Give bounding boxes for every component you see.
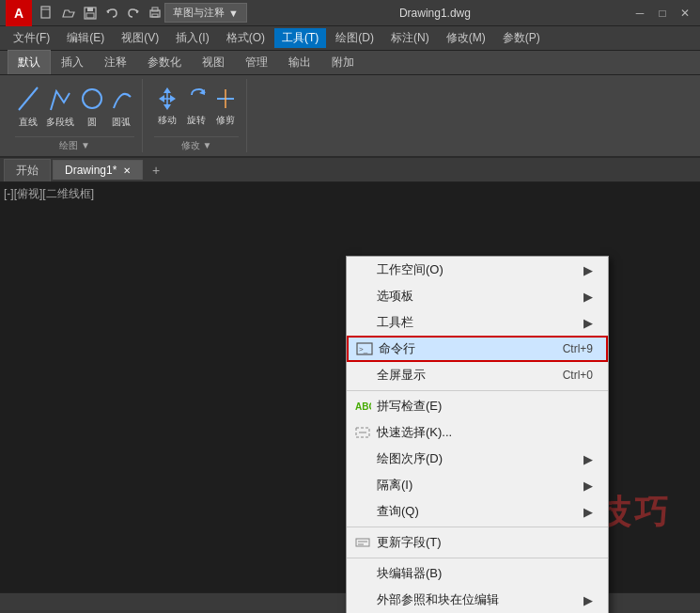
menu-item-palettes[interactable]: 选项板▶ [347, 283, 608, 309]
svg-marker-15 [170, 95, 176, 102]
tab-addons[interactable]: 附加 [321, 50, 365, 74]
minimize-icon[interactable]: ─ [630, 4, 649, 23]
menu-bar: 文件(F) 编辑(E) 视图(V) 插入(I) 格式(O) 工具(T) 绘图(D… [0, 26, 700, 51]
drawing-canvas: [-][俯视][二维线框] 软件技巧 工作空间(O)▶ 选项板▶ 工具栏▶ >_… [0, 182, 700, 592]
ribbon-panel: 直线 多段线 圆 圆弧 [0, 75, 700, 158]
menu-item-inquiry[interactable]: 查询(Q)▶ [347, 498, 608, 525]
menu-item-spellcheck[interactable]: ABC 拼写检查(E) [347, 393, 608, 419]
add-tab-button[interactable]: + [145, 160, 167, 181]
svg-rect-4 [86, 13, 94, 18]
close-icon[interactable]: ✕ [676, 4, 694, 23]
menu-tools[interactable]: 工具(T) [274, 28, 326, 48]
tool-rotate[interactable]: 旋转 [183, 84, 210, 129]
redo-icon[interactable] [124, 4, 143, 23]
menu-item-draworder[interactable]: 绘图次序(D)▶ [347, 446, 608, 472]
menu-item-workspace[interactable]: 工作空间(O)▶ [347, 257, 608, 283]
svg-point-11 [83, 89, 101, 108]
menu-insert[interactable]: 插入(I) [168, 28, 216, 48]
draw-group-label: 绘图 ▼ [15, 136, 134, 152]
updatefield-icon [352, 536, 373, 549]
tab-drawing1[interactable]: Drawing1* ✕ [53, 160, 143, 180]
menu-item-toolbars[interactable]: 工具栏▶ [347, 309, 608, 336]
menu-item-fullscreen[interactable]: 全屏显示Ctrl+0 [347, 362, 608, 388]
modify-tools: 移动 旋转 修剪 [154, 79, 239, 133]
document-title: Drawing1.dwg [247, 7, 623, 20]
tab-default[interactable]: 默认 [8, 50, 51, 74]
tab-output[interactable]: 输出 [278, 50, 321, 74]
menu-item-xref[interactable]: 外部参照和块在位编辑▶ [347, 587, 608, 613]
svg-rect-9 [152, 14, 158, 17]
save-icon[interactable] [81, 4, 100, 23]
tool-polyline[interactable]: 多段线 [44, 82, 76, 131]
menu-item-isolate[interactable]: 隔离(I)▶ [347, 472, 608, 498]
open-icon[interactable] [59, 4, 78, 23]
separator-2 [347, 527, 608, 527]
menu-annotate[interactable]: 标注(N) [383, 28, 437, 48]
autocad-logo[interactable]: A [6, 0, 32, 26]
svg-marker-14 [159, 95, 164, 102]
menu-file[interactable]: 文件(F) [6, 28, 57, 48]
svg-marker-12 [163, 87, 171, 93]
tab-start[interactable]: 开始 [4, 159, 51, 181]
separator-1 [347, 390, 608, 391]
svg-line-10 [19, 87, 38, 110]
menu-edit[interactable]: 编辑(E) [59, 28, 112, 48]
quick-access-toolbar [38, 4, 164, 23]
tool-arc[interactable]: 圆弧 [108, 82, 134, 131]
menu-view[interactable]: 视图(V) [114, 28, 166, 48]
quickselect-icon [352, 426, 373, 439]
tool-trim[interactable]: 修剪 [212, 84, 239, 129]
tool-move[interactable]: 移动 [154, 84, 180, 129]
svg-text:ABC: ABC [355, 401, 371, 412]
tab-parametric[interactable]: 参数化 [137, 50, 192, 74]
workspace-selector[interactable]: 草图与注释 ▼ [164, 3, 247, 23]
menu-params[interactable]: 参数(P) [495, 28, 548, 48]
title-bar: A 草图与注释 ▼ Draw [0, 0, 700, 26]
tool-line[interactable]: 直线 [15, 82, 41, 131]
ribbon-tabs: 默认 插入 注释 参数化 视图 管理 输出 附加 [0, 51, 700, 75]
close-tab-icon[interactable]: ✕ [123, 165, 131, 176]
print-icon[interactable] [146, 4, 164, 23]
tab-manage[interactable]: 管理 [235, 50, 278, 74]
modify-group-label: 修改 ▼ [154, 136, 239, 152]
menu-format[interactable]: 格式(O) [219, 28, 272, 48]
menu-item-quickselect[interactable]: 快速选择(K)... [347, 419, 608, 446]
tab-annotate[interactable]: 注释 [94, 50, 137, 74]
new-icon[interactable] [38, 4, 56, 23]
tools-dropdown-menu: 工作空间(O)▶ 选项板▶ 工具栏▶ >_ 命令行Ctrl+9 全屏显示Ctrl… [346, 256, 609, 613]
separator-3 [347, 558, 608, 558]
doc-tab-bar: 开始 Drawing1* ✕ + [0, 158, 700, 182]
undo-icon[interactable] [102, 4, 121, 23]
tab-view[interactable]: 视图 [192, 50, 235, 74]
tab-insert[interactable]: 插入 [51, 50, 94, 74]
menu-modify[interactable]: 修改(M) [439, 28, 493, 48]
viewport-label: [-][俯视][二维线框] [4, 186, 94, 202]
menu-item-updatefield[interactable]: 更新字段(T) [347, 529, 608, 556]
maximize-icon[interactable]: □ [653, 4, 672, 23]
tool-circle[interactable]: 圆 [79, 82, 105, 131]
svg-rect-0 [41, 7, 50, 18]
menu-draw[interactable]: 绘图(D) [328, 28, 381, 48]
svg-text:>_: >_ [359, 345, 368, 354]
draw-tools: 直线 多段线 圆 圆弧 [15, 79, 134, 133]
commandline-icon: >_ [354, 342, 375, 355]
svg-rect-3 [87, 8, 93, 11]
spellcheck-icon: ABC [352, 400, 373, 413]
ribbon-group-modify: 移动 旋转 修剪 修改 ▼ [147, 79, 247, 152]
ribbon-group-draw: 直线 多段线 圆 圆弧 [8, 79, 143, 152]
svg-rect-26 [356, 539, 369, 546]
menu-item-commandline[interactable]: >_ 命令行Ctrl+9 [347, 336, 608, 362]
main-layout: A 草图与注释 ▼ Draw [0, 0, 700, 613]
menu-item-blockeditor[interactable]: 块编辑器(B) [347, 560, 608, 587]
svg-marker-13 [163, 104, 171, 110]
